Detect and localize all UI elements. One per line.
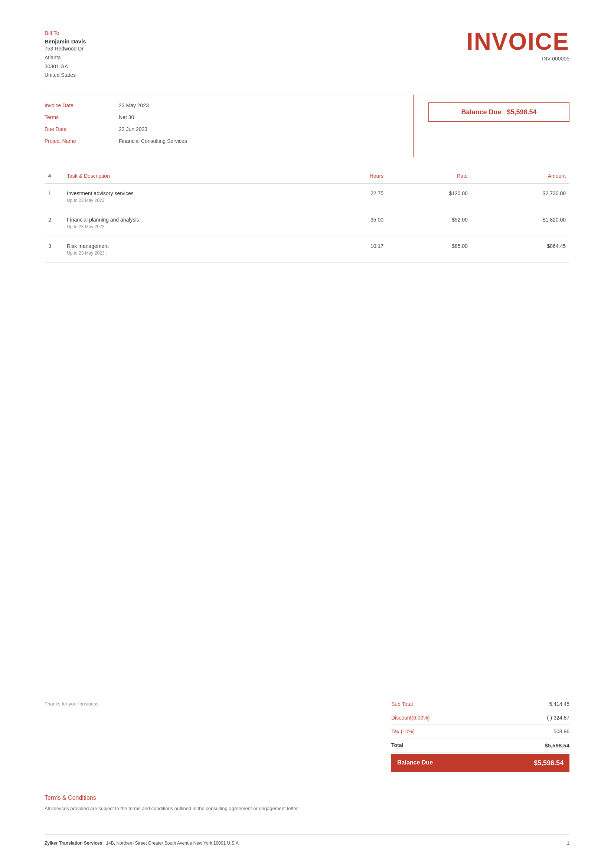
terms-title: Terms & Conditions bbox=[45, 795, 569, 801]
address-line3: 30301 GA bbox=[45, 62, 86, 71]
subtotal-value: 5,414.45 bbox=[549, 701, 570, 707]
total-label: Total bbox=[391, 742, 403, 749]
invoice-date-row: Invoice Date 23 May 2023 bbox=[45, 102, 398, 108]
tax-value: 508.96 bbox=[554, 728, 569, 735]
subtotal-row: Sub Total 5,414.45 bbox=[391, 697, 569, 711]
col-num: # bbox=[45, 169, 63, 184]
balance-due-header-text: Balance Due $5,598.54 bbox=[461, 108, 536, 116]
col-task: Task & Description bbox=[63, 169, 319, 184]
item-task-sub: Up to 23 May 2023 : bbox=[67, 251, 315, 256]
footer-company-name: Zylker Translation Services bbox=[45, 840, 102, 846]
totals-block: Sub Total 5,414.45 Discount(6.00%) (-) 3… bbox=[391, 697, 569, 772]
total-row: Total $5,598.54 bbox=[391, 738, 569, 753]
item-hours: 10.17 bbox=[319, 236, 387, 263]
discount-value: (-) 324.87 bbox=[547, 715, 569, 721]
project-name-row: Project Name Financial Consulting Servic… bbox=[45, 138, 398, 144]
terms-value: Net 30 bbox=[119, 114, 134, 120]
item-hours: 35.00 bbox=[319, 210, 387, 236]
col-hours: Hours bbox=[319, 169, 387, 184]
project-name-value: Financial Consulting Services bbox=[119, 138, 187, 144]
thanks-block: Thanks for your business. bbox=[45, 697, 100, 707]
address-country: United States bbox=[45, 71, 86, 80]
balance-due-row: Balance Due $5,598.54 bbox=[391, 754, 569, 772]
address-line2: Atlanta bbox=[45, 53, 86, 62]
table-row: 1 Investment advisory services Up to 23 … bbox=[45, 184, 569, 210]
terms-body: All services provided are subject to the… bbox=[45, 805, 569, 812]
item-task: Investment advisory services Up to 23 Ma… bbox=[63, 184, 319, 210]
thanks-text: Thanks for your business. bbox=[45, 701, 100, 707]
terms-label: Terms bbox=[45, 114, 119, 120]
bill-to-block: Bill To Benjamin Davis 753 Redwood Dr At… bbox=[45, 30, 86, 80]
project-name-label: Project Name bbox=[45, 138, 119, 144]
item-num: 1 bbox=[45, 184, 63, 210]
header-section: Bill To Benjamin Davis 753 Redwood Dr At… bbox=[45, 30, 569, 80]
due-date-value: 22 Jun 2023 bbox=[119, 126, 147, 132]
invoice-number: INV-000005 bbox=[467, 56, 569, 62]
subtotal-label: Sub Total bbox=[391, 701, 413, 707]
discount-label: Discount(6.00%) bbox=[391, 715, 430, 721]
footer-company-address: 14B, Northern Street Greater South Avenu… bbox=[106, 840, 238, 846]
col-amount: Amount bbox=[471, 169, 569, 184]
terms-section: Terms & Conditions All services provided… bbox=[45, 795, 569, 812]
col-rate: Rate bbox=[387, 169, 471, 184]
tax-label: Tax (10%) bbox=[391, 728, 415, 735]
invoice-date-label: Invoice Date bbox=[45, 102, 119, 108]
client-address: 753 Redwood Dr Atlanta 30301 GA United S… bbox=[45, 45, 86, 80]
total-value: $5,598.54 bbox=[544, 742, 569, 749]
item-num: 2 bbox=[45, 210, 63, 236]
balance-due-row-value: $5,598.54 bbox=[534, 759, 563, 767]
item-task-name: Financial planning and analysis bbox=[67, 217, 315, 223]
discount-row: Discount(6.00%) (-) 324.87 bbox=[391, 711, 569, 725]
table-row: 3 Risk management Up to 23 May 2023 : 10… bbox=[45, 236, 569, 263]
due-date-row: Due Date 22 Jun 2023 bbox=[45, 126, 398, 132]
item-rate: $120.00 bbox=[387, 184, 471, 210]
footer-company: Zylker Translation Services 14B, Norther… bbox=[45, 840, 239, 846]
items-table: # Task & Description Hours Rate Amount 1… bbox=[45, 169, 569, 263]
item-amount: $864.45 bbox=[471, 236, 569, 263]
table-header-row: # Task & Description Hours Rate Amount bbox=[45, 169, 569, 184]
item-task: Financial planning and analysis Up to 23… bbox=[63, 210, 319, 236]
balance-due-box: Balance Due $5,598.54 bbox=[428, 102, 569, 122]
due-date-label: Due Date bbox=[45, 126, 119, 132]
item-amount: $2,730.00 bbox=[471, 184, 569, 210]
address-line1: 753 Redwood Dr bbox=[45, 45, 86, 53]
table-row: 2 Financial planning and analysis Up to … bbox=[45, 210, 569, 236]
info-right: Balance Due $5,598.54 bbox=[414, 95, 569, 157]
info-left: Invoice Date 23 May 2023 Terms Net 30 Du… bbox=[45, 95, 414, 157]
invoice-title-block: INVOICE INV-000005 bbox=[467, 30, 569, 62]
page-footer: Zylker Translation Services 14B, Norther… bbox=[45, 834, 569, 846]
item-task-sub: Up to 23 May 2023 bbox=[67, 198, 315, 203]
item-num: 3 bbox=[45, 236, 63, 263]
item-task-sub: Up to 23 May 2023 bbox=[67, 224, 315, 229]
footer-section: Thanks for your business. Sub Total 5,41… bbox=[45, 697, 569, 772]
terms-row: Terms Net 30 bbox=[45, 114, 398, 120]
tax-row: Tax (10%) 508.96 bbox=[391, 725, 569, 738]
item-task: Risk management Up to 23 May 2023 : bbox=[63, 236, 319, 263]
item-task-name: Investment advisory services bbox=[67, 191, 315, 196]
item-rate: $52.00 bbox=[387, 210, 471, 236]
item-hours: 22.75 bbox=[319, 184, 387, 210]
bill-to-label: Bill To bbox=[45, 30, 86, 36]
balance-due-row-label: Balance Due bbox=[397, 759, 433, 767]
client-name: Benjamin Davis bbox=[45, 38, 86, 45]
item-amount: $1,820.00 bbox=[471, 210, 569, 236]
item-rate: $85.00 bbox=[387, 236, 471, 263]
item-task-name: Risk management bbox=[67, 243, 315, 249]
invoice-date-value: 23 May 2023 bbox=[119, 102, 149, 108]
info-section: Invoice Date 23 May 2023 Terms Net 30 Du… bbox=[45, 95, 569, 157]
invoice-title: INVOICE bbox=[467, 30, 569, 53]
footer-page-number: 1 bbox=[567, 840, 569, 846]
